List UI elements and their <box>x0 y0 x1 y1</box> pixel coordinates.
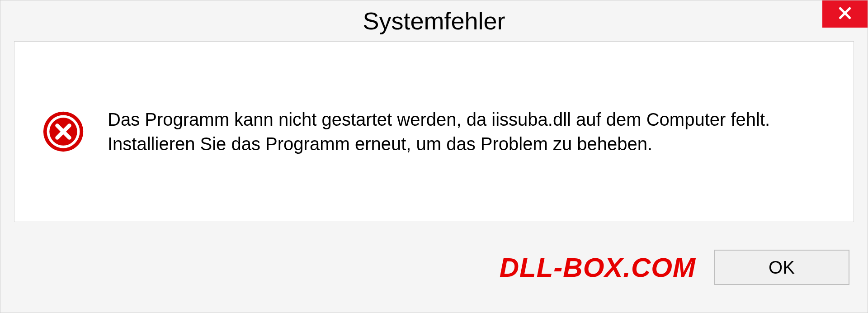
close-icon <box>837 5 853 23</box>
error-dialog: Systemfehler Das Programm kann nicht ges… <box>0 0 868 313</box>
error-icon <box>42 110 85 153</box>
message-panel: Das Programm kann nicht gestartet werden… <box>14 41 854 222</box>
error-message: Das Programm kann nicht gestartet werden… <box>108 107 826 156</box>
ok-button-label: OK <box>769 257 795 278</box>
titlebar: Systemfehler <box>0 0 868 41</box>
ok-button[interactable]: OK <box>714 250 849 285</box>
dialog-title: Systemfehler <box>363 7 505 35</box>
dialog-footer: DLL-BOX.COM OK <box>0 236 868 313</box>
close-button[interactable] <box>822 0 868 28</box>
watermark-text: DLL-BOX.COM <box>500 252 696 283</box>
